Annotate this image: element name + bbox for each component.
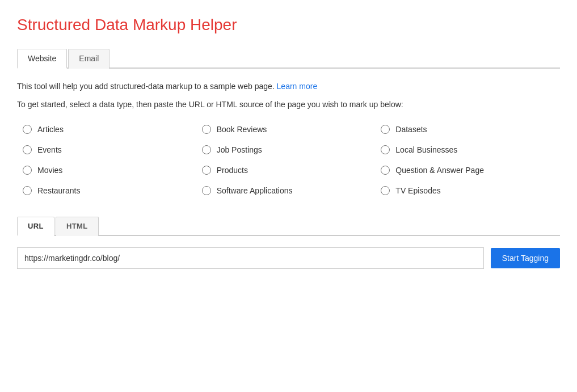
radio-products[interactable]: Products	[202, 166, 381, 175]
radio-job-postings[interactable]: Job Postings	[202, 145, 381, 154]
radio-articles[interactable]: Articles	[23, 125, 202, 134]
tab-url[interactable]: URL	[17, 217, 54, 236]
radio-local-businesses[interactable]: Local Businesses	[381, 145, 560, 154]
radio-software-applications[interactable]: Software Applications	[202, 186, 381, 195]
radio-qa-page[interactable]: Question & Answer Page	[381, 166, 560, 175]
url-input[interactable]	[17, 247, 484, 269]
page-title: Structured Data Markup Helper	[17, 16, 560, 34]
description-text: This tool will help you add structured-d…	[17, 80, 560, 92]
radio-tv-episodes[interactable]: TV Episodes	[381, 186, 560, 195]
radio-movies[interactable]: Movies	[23, 166, 202, 175]
url-input-row: Start Tagging	[17, 247, 560, 269]
tab-website[interactable]: Website	[17, 49, 67, 69]
start-tagging-button[interactable]: Start Tagging	[491, 248, 560, 268]
radio-events[interactable]: Events	[23, 145, 202, 154]
input-tabs: URL HTML	[17, 216, 560, 236]
tab-html[interactable]: HTML	[56, 217, 99, 236]
radio-book-reviews[interactable]: Book Reviews	[202, 125, 381, 134]
radio-datasets[interactable]: Datasets	[381, 125, 560, 134]
main-tabs: Website Email	[17, 48, 560, 69]
instruction-text: To get started, select a data type, then…	[17, 98, 560, 111]
radio-restaurants[interactable]: Restaurants	[23, 186, 202, 195]
tab-email[interactable]: Email	[68, 49, 109, 69]
data-types-grid: Articles Book Reviews Datasets Events Jo…	[23, 125, 560, 195]
learn-more-link[interactable]: Learn more	[277, 82, 318, 91]
